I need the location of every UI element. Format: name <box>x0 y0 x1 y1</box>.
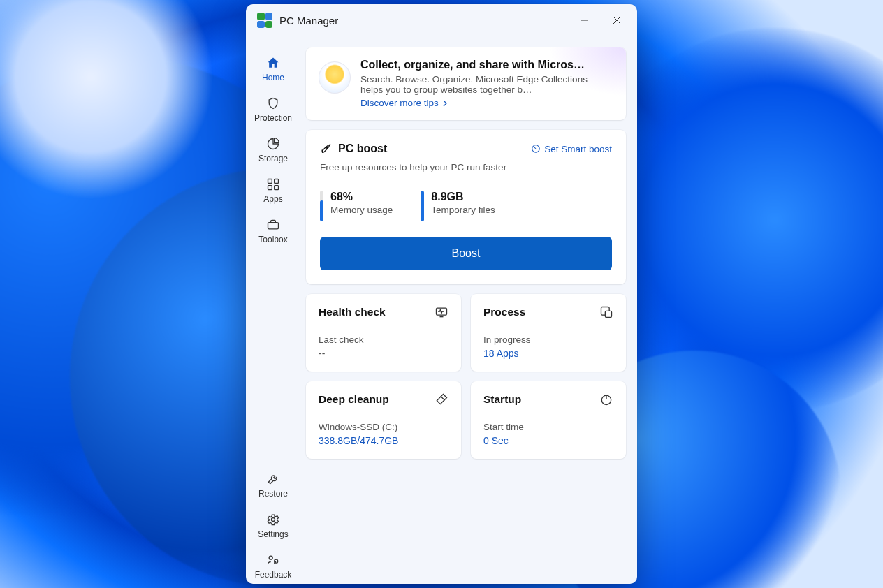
rocket-icon <box>320 142 333 155</box>
svg-rect-15 <box>605 311 611 317</box>
sidebar-item-protection[interactable]: Protection <box>250 91 296 127</box>
home-icon <box>266 56 280 70</box>
svg-point-11 <box>326 147 328 148</box>
tip-card[interactable]: Collect, organize, and share with Micros… <box>306 47 626 120</box>
process-icon <box>599 305 613 319</box>
tile-title: Deep cleanup <box>319 393 435 406</box>
power-icon <box>599 392 613 406</box>
sidebar: Home Protection Storage Apps <box>246 36 300 584</box>
sidebar-item-storage[interactable]: Storage <box>250 131 296 168</box>
sidebar-item-label: Storage <box>258 154 288 163</box>
tip-title: Collect, organize, and share with Micros… <box>360 59 591 71</box>
health-check-tile[interactable]: Health check Last check -- <box>306 294 461 372</box>
window-title: PC Manager <box>279 15 338 27</box>
pc-boost-card: PC boost Set Smart boost Free up resourc… <box>306 130 626 284</box>
tile-title: Startup <box>483 393 599 406</box>
boost-button[interactable]: Boost <box>320 237 612 270</box>
minimize-icon <box>581 16 589 24</box>
sidebar-item-label: Apps <box>263 194 282 204</box>
sidebar-item-home[interactable]: Home <box>250 50 296 87</box>
feedback-icon <box>266 553 280 567</box>
tile-value: -- <box>319 348 448 359</box>
wrench-icon <box>266 472 280 486</box>
sidebar-item-label: Restore <box>258 489 288 499</box>
temp-label: Temporary files <box>431 205 495 215</box>
sidebar-item-label: Home <box>262 73 284 82</box>
svg-point-8 <box>272 518 275 522</box>
sidebar-item-feedback[interactable]: Feedback <box>250 547 296 584</box>
gauge-icon <box>531 144 541 154</box>
tile-label: Last check <box>319 335 448 345</box>
tip-description: Search. Browse. Organize. Microsoft Edge… <box>360 74 591 95</box>
pc-boost-title: PC boost <box>338 142 387 155</box>
pie-chart-icon <box>266 137 280 151</box>
sidebar-item-label: Feedback <box>255 570 292 580</box>
tile-label: Windows-SSD (C:) <box>319 422 448 432</box>
toolbox-icon <box>266 218 280 232</box>
tile-value: 338.8GB/474.7GB <box>319 435 448 446</box>
tile-title: Health check <box>319 306 435 318</box>
memory-usage-metric: 68% Memory usage <box>320 191 393 221</box>
heartbeat-icon <box>435 305 448 319</box>
memory-label: Memory usage <box>330 205 393 215</box>
main-content: Collect, organize, and share with Micros… <box>300 36 637 584</box>
svg-rect-5 <box>268 186 272 190</box>
shield-icon <box>266 96 280 110</box>
svg-rect-6 <box>275 186 279 190</box>
close-button[interactable] <box>601 4 633 36</box>
tile-label: In progress <box>483 335 613 345</box>
svg-rect-4 <box>275 179 279 184</box>
pc-manager-window: PC Manager Home Protection <box>246 4 637 584</box>
broom-icon <box>435 392 448 406</box>
lightbulb-tip-icon <box>319 61 351 94</box>
set-smart-boost-link[interactable]: Set Smart boost <box>531 144 612 154</box>
svg-rect-3 <box>268 179 272 184</box>
deep-cleanup-tile[interactable]: Deep cleanup Windows-SSD (C:) 338.8GB/47… <box>306 381 461 459</box>
memory-value: 68% <box>330 191 393 203</box>
sidebar-item-label: Protection <box>254 113 292 123</box>
chevron-right-icon <box>441 100 448 107</box>
tile-title: Process <box>483 306 599 318</box>
gear-icon <box>266 513 280 527</box>
sidebar-item-settings[interactable]: Settings <box>250 507 296 543</box>
tile-value: 18 Apps <box>483 348 613 359</box>
title-bar: PC Manager <box>246 4 637 36</box>
sidebar-item-apps[interactable]: Apps <box>250 172 296 208</box>
discover-tips-link[interactable]: Discover more tips <box>360 98 448 108</box>
svg-point-9 <box>269 556 272 559</box>
apps-grid-icon <box>266 177 280 191</box>
tile-label: Start time <box>483 422 613 432</box>
temp-files-metric: 8.9GB Temporary files <box>421 191 495 221</box>
startup-tile[interactable]: Startup Start time 0 Sec <box>471 381 626 459</box>
process-tile[interactable]: Process In progress 18 Apps <box>471 294 626 372</box>
pc-boost-subtitle: Free up resources to help your PC run fa… <box>320 162 612 172</box>
sidebar-item-restore[interactable]: Restore <box>250 466 296 503</box>
temp-bar <box>421 191 424 221</box>
tile-value: 0 Sec <box>483 435 613 446</box>
temp-value: 8.9GB <box>431 191 495 203</box>
app-logo-icon <box>257 13 272 28</box>
minimize-button[interactable] <box>569 4 601 36</box>
sidebar-item-label: Toolbox <box>258 235 287 244</box>
sidebar-item-label: Settings <box>258 529 288 539</box>
svg-rect-7 <box>268 223 279 229</box>
close-icon <box>613 16 621 24</box>
memory-bar <box>320 191 323 221</box>
sidebar-item-toolbox[interactable]: Toolbox <box>250 212 296 249</box>
